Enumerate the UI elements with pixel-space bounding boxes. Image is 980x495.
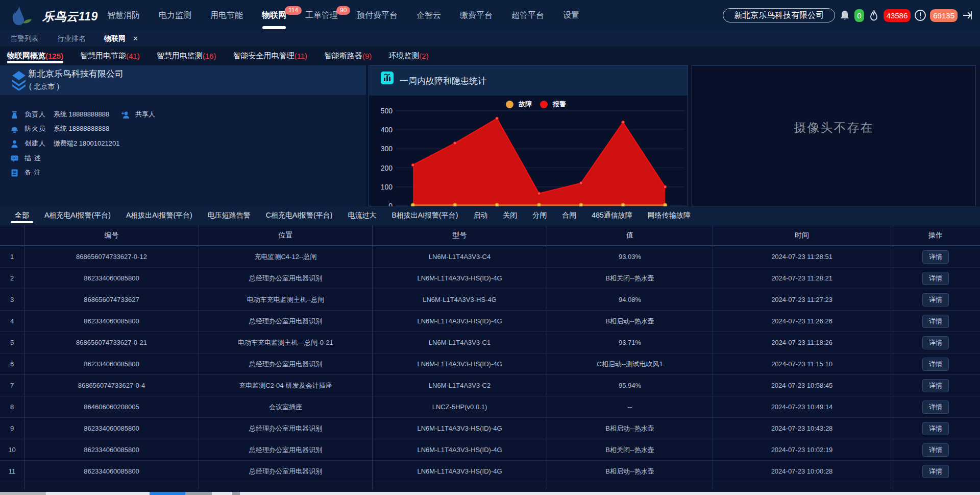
filter-tab-启动[interactable]: 启动 (473, 206, 487, 225)
nav-item-物联网[interactable]: 物联网114 (262, 0, 286, 31)
company-selector[interactable]: 新北京乐鸟科技有限公司 (723, 8, 835, 22)
filter-tab-485通信故障[interactable]: 485通信故障 (592, 206, 632, 225)
detail-button[interactable]: 详情 (922, 465, 949, 478)
detail-button[interactable]: 详情 (922, 272, 949, 285)
chart-legend: 故障报警 (506, 100, 574, 109)
overview-panels: 新北京乐鸟科技有限公司 ( 北京市 ) 负责人系统 18888888888防火员… (0, 65, 980, 206)
nav-item-企智云[interactable]: 企智云 (416, 0, 441, 31)
table-row: 4862334060085800总经理办公室用电器识别LN6M-L1T4A3V3… (0, 311, 980, 332)
bell-icon[interactable] (839, 9, 851, 21)
filter-tab-关闭[interactable]: 关闭 (503, 206, 517, 225)
logout-icon[interactable] (961, 9, 973, 21)
info-label: 创建人 (24, 139, 51, 148)
window-tab-物联网[interactable]: 物联网✕ (104, 34, 138, 43)
cell-value: B相关闭--热水壶 (547, 268, 713, 289)
category-tab-count: (11) (294, 52, 307, 60)
alert-icon[interactable] (914, 9, 926, 21)
nav-item-预付费平台[interactable]: 预付费平台 (357, 0, 398, 31)
pagination-strip[interactable] (0, 492, 980, 495)
window-tab-行业排名[interactable]: 行业排名 (57, 34, 86, 43)
svg-text:200: 200 (381, 164, 393, 172)
cell-id: 868656074733627-0-21 (24, 332, 199, 353)
detail-button[interactable]: 详情 (922, 358, 949, 371)
category-tab-物联网概览[interactable]: 物联网概览(125) (7, 46, 63, 65)
filter-tab-A相拔出AI报警(平台)[interactable]: A相拔出AI报警(平台) (126, 206, 192, 225)
table-row: 6862334060085800总经理办公室用电器识别LN6M-L1T4A3V3… (0, 353, 980, 375)
alarm-table-empty-row (0, 482, 980, 489)
nav-item-label: 用电节能 (210, 10, 243, 21)
brand-title: 乐鸟云119 (42, 9, 98, 25)
filter-tab-A相充电AI报警(平台)[interactable]: A相充电AI报警(平台) (44, 206, 111, 225)
nav-item-缴费平台[interactable]: 缴费平台 (460, 0, 493, 31)
detail-button[interactable]: 详情 (922, 422, 949, 435)
detail-button[interactable]: 详情 (922, 400, 949, 414)
nav-item-label: 企智云 (416, 10, 441, 21)
legend-item-报警[interactable]: 报警 (540, 100, 566, 109)
category-tab-智慧用电监测[interactable]: 智慧用电监测(16) (157, 46, 216, 65)
cell-location: 总经理办公室用电器识别 (199, 418, 372, 439)
filter-tab-label: 网络传输故障 (648, 211, 691, 220)
header-cell-操作: 操作 (891, 225, 980, 245)
svg-text:500: 500 (381, 107, 393, 115)
cell-time: 2024-07-23 10:58:45 (713, 375, 891, 396)
cell-value: -- (547, 396, 713, 417)
nav-item-设置[interactable]: 设置 (563, 0, 579, 31)
company-name: 新北京乐鸟科技有限公司 (28, 68, 124, 80)
filter-tab-全部[interactable]: 全部 (15, 206, 29, 225)
cell-index: 5 (0, 332, 24, 353)
cell-value: C相启动--测试电吹风1 (547, 353, 713, 374)
detail-button[interactable]: 详情 (922, 443, 949, 457)
category-tab-环境监测[interactable]: 环境监测(2) (388, 46, 428, 65)
category-tab-智能安全用电管理[interactable]: 智能安全用电管理(11) (233, 46, 307, 65)
alarm-table-header: 编号位置型号值时间操作 (0, 225, 980, 246)
legend-item-故障[interactable]: 故障 (506, 100, 532, 109)
nav-item-超管平台[interactable]: 超管平台 (511, 0, 544, 31)
layers-icon (11, 70, 27, 90)
legend-label: 故障 (519, 100, 532, 109)
nav-item-label: 设置 (563, 10, 579, 21)
pagination-active-page (150, 492, 185, 495)
window-tab-label: 行业排名 (57, 34, 86, 43)
filter-tab-C相充电AI报警(平台)[interactable]: C相充电AI报警(平台) (266, 206, 333, 225)
detail-button[interactable]: 详情 (922, 250, 949, 264)
cell-id: 862334060085800 (24, 311, 199, 332)
fire-icon[interactable] (868, 9, 880, 21)
stats-icon (381, 72, 394, 84)
detail-button[interactable]: 详情 (922, 315, 949, 328)
cell-index: 10 (0, 439, 24, 460)
pagination-segment (0, 492, 46, 495)
company-info-panel: 新北京乐鸟科技有限公司 ( 北京市 ) 负责人系统 18888888888防火员… (0, 65, 366, 206)
alarm-table-body: 1868656074733627-0-12充电监测C4-12--总闸LN6M-L… (0, 246, 980, 482)
cell-operation: 详情 (891, 332, 980, 353)
filter-tab-电流过大[interactable]: 电流过大 (348, 206, 376, 225)
filter-tab-电压短路告警[interactable]: 电压短路告警 (208, 206, 251, 225)
info-row-备注: 备 注 (0, 168, 54, 178)
nav-item-工单管理[interactable]: 工单管理90 (305, 0, 338, 31)
pagination-segment (232, 492, 240, 495)
nav-item-label: 预付费平台 (357, 10, 398, 21)
nav-item-用电节能[interactable]: 用电节能 (210, 0, 243, 31)
window-tab-告警列表[interactable]: 告警列表 (10, 34, 39, 43)
close-tab-icon[interactable]: ✕ (133, 35, 138, 42)
filter-tab-合闸[interactable]: 合闸 (562, 206, 576, 225)
detail-button[interactable]: 详情 (922, 379, 949, 392)
cell-value: 93.03% (547, 246, 713, 267)
detail-button[interactable]: 详情 (922, 336, 949, 349)
cell-model: LN6M-L1T4A3V3-C4 (372, 246, 547, 267)
manager-icon (11, 111, 18, 119)
category-tab-智能断路器[interactable]: 智能断路器(9) (324, 46, 372, 65)
filter-tab-网络传输故障[interactable]: 网络传输故障 (648, 206, 691, 225)
filter-tab-分闸[interactable]: 分闸 (532, 206, 547, 225)
nav-item-智慧消防[interactable]: 智慧消防 (107, 0, 140, 31)
cell-id: 868656074733627 (24, 289, 199, 310)
category-tab-count: (2) (419, 52, 428, 60)
cell-model: LN6M-L1T4A3V3-HS(ID)-4G (372, 439, 547, 460)
detail-button[interactable]: 详情 (922, 293, 949, 307)
category-tab-智慧用电节能[interactable]: 智慧用电节能(41) (80, 46, 140, 65)
filter-tab-B相拔出AI报警(平台)[interactable]: B相拔出AI报警(平台) (391, 206, 458, 225)
nav-item-count-badge: 90 (336, 6, 350, 15)
info-label: 防火员 (24, 124, 51, 133)
cell-operation: 详情 (891, 268, 980, 289)
filter-tab-label: B相拔出AI报警(平台) (391, 211, 458, 220)
nav-item-电力监测[interactable]: 电力监测 (159, 0, 191, 31)
